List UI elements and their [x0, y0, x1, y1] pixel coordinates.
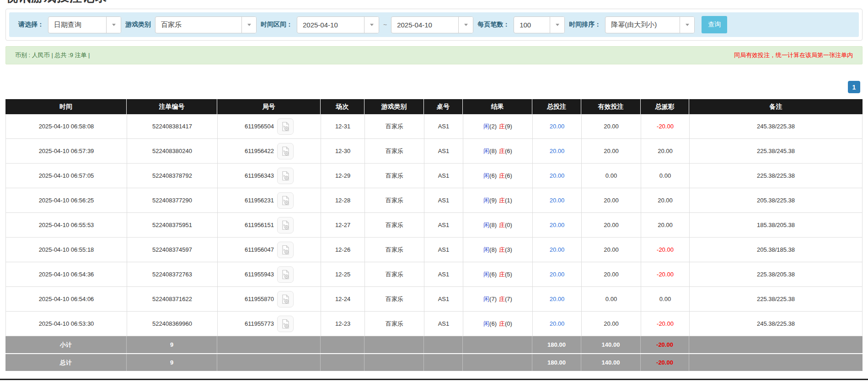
cell-time: 2025-04-10 06:55:53 [6, 213, 127, 237]
chevron-down-icon [458, 17, 473, 33]
page-title-clip: 视讯游戏投注记录 [5, 0, 863, 5]
result-player-score: (7) [489, 296, 497, 302]
total-bet-link[interactable]: 20.00 [550, 172, 565, 179]
round-number: 611955773 [245, 320, 274, 327]
cell-valid-bet: 20.00 [582, 139, 641, 163]
video-file-icon [280, 220, 291, 231]
cell-valid-bet: 20.00 [582, 238, 641, 262]
result-player-label: 闲 [483, 147, 489, 155]
result-banker-label: 庄 [499, 147, 505, 155]
cell-session: 12-28 [321, 188, 365, 212]
cell-result: 闲(8)庄(0) [463, 213, 533, 237]
cell-payout: -20.00 [641, 114, 690, 138]
result-player-label: 闲 [483, 295, 489, 303]
cell-session: 12-27 [321, 213, 365, 237]
cell-table-number: AS1 [424, 287, 463, 311]
round-number: 611956047 [245, 246, 274, 253]
cell-result: 闲(6)庄(0) [463, 312, 533, 336]
cell-result: 闲(6)庄(5) [463, 262, 533, 286]
round-number: 611955870 [245, 296, 274, 302]
date-to-select[interactable]: 2025-04-10 [391, 16, 473, 33]
header-remark: 备注 [689, 99, 863, 114]
pagination-page-1-button[interactable]: 1 [848, 81, 860, 93]
cell-bet-number: 522408375951 [127, 213, 218, 237]
cell-table-number: AS1 [424, 312, 463, 336]
total-bet-link[interactable]: 20.00 [550, 197, 565, 204]
chevron-down-icon [680, 17, 694, 33]
result-player-label: 闲 [483, 320, 489, 328]
total-bet-link[interactable]: 20.00 [550, 222, 565, 228]
video-replay-button[interactable] [277, 242, 294, 258]
cell-table-number: AS1 [424, 238, 463, 262]
sort-order-select[interactable]: 降幂(由大到小) [605, 16, 695, 33]
total-bet-link[interactable]: 20.00 [550, 148, 565, 154]
grand-total-empty-cell [689, 354, 863, 371]
cell-total-bet: 20.00 [533, 312, 582, 336]
video-replay-button[interactable] [277, 143, 294, 159]
cell-session: 12-23 [321, 312, 365, 336]
round-number: 611956151 [245, 222, 274, 228]
cell-result: 闲(7)庄(7) [463, 287, 533, 311]
round-number: 611956504 [245, 123, 274, 130]
video-replay-button[interactable] [277, 266, 294, 283]
header-total-bet: 总投注 [532, 99, 581, 114]
result-player-score: (6) [489, 320, 497, 327]
video-replay-button[interactable] [277, 316, 294, 332]
video-replay-button[interactable] [277, 217, 294, 233]
cell-time: 2025-04-10 06:56:25 [6, 188, 127, 212]
summary-bar: 币别 : 人民币 | 总共 :9 注单 | 同局有效投注，统一计算在该局第一张注… [5, 46, 863, 64]
round-number: 611956231 [245, 197, 274, 204]
page-size-select[interactable]: 100 [514, 16, 565, 33]
cell-game-category: 百家乐 [365, 287, 424, 311]
cell-round-number: 611956504 [218, 114, 321, 138]
cell-game-category: 百家乐 [365, 213, 424, 237]
cell-time: 2025-04-10 06:57:39 [6, 139, 127, 163]
cell-game-category: 百家乐 [365, 312, 424, 336]
cell-bet-number: 522408372763 [127, 262, 218, 286]
video-replay-button[interactable] [277, 291, 294, 307]
cell-bet-number: 522408374597 [127, 238, 218, 262]
cell-table-number: AS1 [424, 188, 463, 212]
video-replay-button[interactable] [277, 168, 294, 184]
table-row: 2025-04-10 06:55:53 522408375951 6119561… [6, 213, 862, 238]
cell-valid-bet: 20.00 [582, 188, 641, 212]
pagination: 1 [5, 81, 863, 93]
cell-payout: -20.00 [641, 262, 690, 286]
query-button[interactable]: 查询 [702, 16, 727, 33]
cell-valid-bet: 20.00 [582, 262, 641, 286]
round-number: 611956422 [245, 148, 274, 154]
video-file-icon [280, 170, 291, 181]
video-replay-button[interactable] [277, 118, 294, 135]
game-category-value: 百家乐 [155, 17, 241, 33]
total-bet-link[interactable]: 20.00 [550, 320, 565, 327]
total-bet-link[interactable]: 20.00 [550, 123, 565, 130]
game-category-select[interactable]: 百家乐 [155, 16, 257, 33]
cell-game-category: 百家乐 [365, 139, 424, 163]
cell-remark: 185.38/205.38 [690, 213, 862, 237]
cell-session: 12-24 [321, 287, 365, 311]
subtotal-payout: -20.00 [641, 336, 689, 353]
total-bet-link[interactable]: 20.00 [550, 271, 565, 278]
cell-game-category: 百家乐 [365, 262, 424, 286]
cell-remark: 225.38/245.38 [690, 139, 862, 163]
cell-payout: 0.00 [641, 164, 690, 188]
result-player-score: (9) [489, 197, 497, 204]
cell-bet-number: 522408381417 [127, 114, 218, 138]
query-type-select[interactable]: 日期查询 [48, 16, 121, 33]
cell-session: 12-25 [321, 262, 365, 286]
sort-order-value: 降幂(由大到小) [605, 17, 680, 33]
cell-remark: 205.38/225.38 [690, 188, 862, 212]
result-player-score: (2) [489, 123, 497, 130]
video-replay-button[interactable] [277, 192, 294, 209]
filter-panel: 请选择： 日期查询 游戏类别 百家乐 时间区间： 2025-04-10 ~ 20… [5, 9, 863, 41]
result-banker-label: 庄 [499, 172, 505, 180]
subtotal-label: 小计 [5, 336, 127, 353]
grand-total-label: 总计 [5, 354, 127, 371]
total-bet-link[interactable]: 20.00 [550, 296, 565, 302]
cell-time: 2025-04-10 06:53:30 [6, 312, 127, 336]
grand-total-empty-cell [463, 354, 532, 371]
total-bet-link[interactable]: 20.00 [550, 246, 565, 253]
cell-remark: 225.38/225.38 [690, 164, 862, 188]
cell-round-number: 611955943 [218, 262, 321, 286]
date-from-select[interactable]: 2025-04-10 [297, 16, 379, 33]
